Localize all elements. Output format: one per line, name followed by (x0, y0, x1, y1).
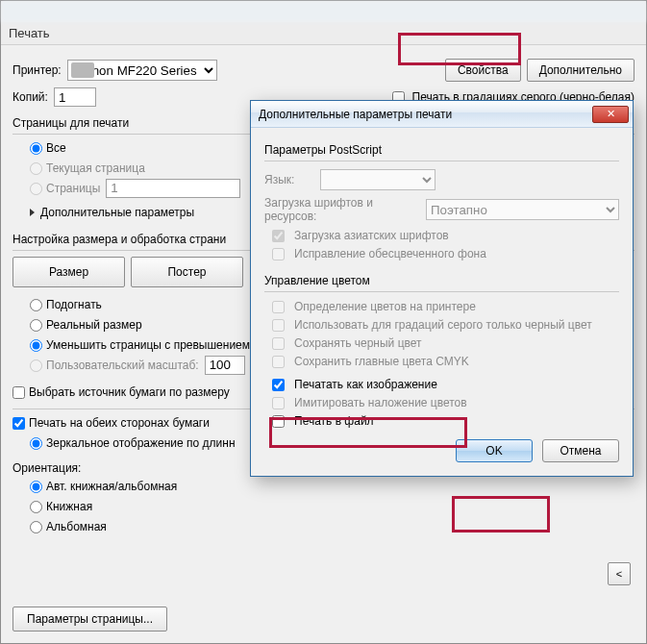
gray-black-checkbox (272, 319, 285, 332)
lang-label: Язык: (264, 173, 312, 186)
lang-select (320, 169, 435, 190)
asian-fonts-checkbox (272, 230, 285, 242)
print-title: Печать (1, 22, 646, 45)
radio-mirror[interactable] (30, 437, 42, 450)
properties-button[interactable]: Свойства (445, 59, 521, 82)
chevron-left-icon: < (616, 568, 622, 580)
font-label: Загрузка шрифтов и ресурсов: (264, 196, 418, 223)
chevron-right-icon (30, 209, 35, 216)
radio-orient-auto[interactable] (30, 481, 42, 493)
ok-button[interactable]: OK (456, 439, 533, 462)
close-icon: ✕ (607, 108, 615, 120)
pages-input[interactable] (106, 179, 240, 198)
detect-colors-checkbox (272, 301, 285, 313)
duplex-row[interactable]: Печать на обеих сторонах бумаги (12, 416, 210, 430)
custom-scale-row[interactable]: Пользовательский масштаб: (30, 359, 199, 372)
printer-label: Принтер: (12, 63, 62, 77)
radio-custom-scale[interactable] (30, 359, 42, 372)
fit-row[interactable]: Подогнать (30, 298, 102, 311)
keep-cmyk-checkbox (272, 356, 285, 368)
radio-fit[interactable] (30, 299, 42, 311)
actual-row[interactable]: Реальный размер (30, 318, 142, 332)
copies-input[interactable] (54, 87, 96, 107)
paper-source-checkbox[interactable] (12, 386, 25, 399)
print-to-file-checkbox[interactable] (272, 415, 285, 428)
ps-group-title: Параметры PostScript (264, 143, 619, 157)
page-setup-button[interactable]: Параметры страницы... (12, 607, 167, 632)
keep-black-checkbox (272, 337, 285, 350)
orient-auto-row[interactable]: Авт. книжная/альбомная (30, 480, 177, 493)
size-button[interactable]: Размер (12, 257, 125, 287)
radio-pages[interactable] (30, 183, 42, 195)
radio-shrink[interactable] (30, 339, 42, 352)
simulate-overprint-checkbox (272, 397, 285, 409)
print-as-image-checkbox[interactable] (272, 379, 285, 391)
fix-bg-checkbox (272, 248, 285, 260)
radio-actual[interactable] (30, 319, 42, 332)
scale-input[interactable] (205, 356, 245, 375)
pages-range-row[interactable]: Страницы (30, 182, 100, 195)
pages-current-row[interactable]: Текущая страница (30, 161, 145, 175)
color-group-title: Управление цветом (264, 274, 619, 287)
cancel-button[interactable]: Отмена (542, 439, 619, 462)
paper-source-row[interactable]: Выбрать источник бумаги по размеру (12, 385, 230, 399)
printer-icon (71, 62, 94, 78)
poster-button[interactable]: Постер (131, 257, 243, 287)
modal-title: Дополнительные параметры печати (259, 108, 592, 121)
advanced-print-dialog: Дополнительные параметры печати ✕ Параме… (250, 100, 634, 477)
mirror-row[interactable]: Зеркальное отображение по длинн (30, 436, 236, 450)
shrink-row[interactable]: Уменьшить страницы с превышением (30, 338, 250, 352)
close-button[interactable]: ✕ (592, 106, 629, 123)
font-select: Поэтапно (426, 199, 619, 220)
radio-current[interactable] (30, 162, 42, 175)
modal-titlebar[interactable]: Дополнительные параметры печати ✕ (251, 101, 633, 128)
pages-all-row[interactable]: Все (30, 141, 66, 155)
radio-orient-landscape[interactable] (30, 521, 42, 533)
toolbar-blurred (1, 1, 646, 22)
orient-landscape-row[interactable]: Альбомная (30, 520, 107, 533)
duplex-checkbox[interactable] (12, 417, 25, 430)
collapse-button[interactable]: < (608, 562, 631, 585)
copies-label: Копий: (12, 90, 48, 104)
orient-portrait-row[interactable]: Книжная (30, 500, 92, 513)
radio-all[interactable] (30, 142, 42, 155)
advanced-button[interactable]: Дополнительно (527, 59, 635, 82)
radio-orient-portrait[interactable] (30, 501, 42, 513)
